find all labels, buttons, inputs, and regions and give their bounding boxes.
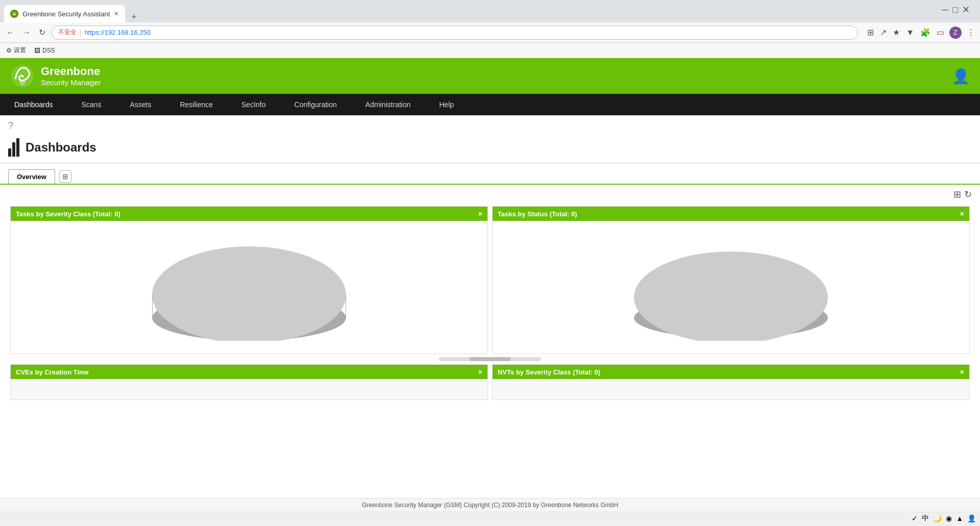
bar1 (8, 148, 11, 157)
tab-close-button[interactable]: ✕ (114, 10, 119, 17)
logo-text: Greenbone Security Manager (41, 65, 101, 87)
chart-tasks-severity-title: Tasks by Severity Class (Total: 0) (16, 210, 120, 218)
nav-help[interactable]: Help (425, 94, 469, 115)
chart-tasks-status: Tasks by Status (Total: 0) × (492, 206, 970, 354)
tab-bar: Greenbone Security Assistant ✕ + (0, 0, 980, 22)
bookmarks-bar: ⚙ 设置 🖼 DSS (0, 43, 980, 58)
user-profile-button[interactable]: 👤 (952, 68, 970, 85)
bookmark-dss[interactable]: 🖼 DSS (32, 46, 57, 55)
address-bar[interactable]: 不安全 | https://192.168.16.250 (52, 26, 858, 40)
page-title-row: Dashboards (0, 136, 980, 163)
chart-tasks-severity-body (11, 221, 487, 354)
nav-scans[interactable]: Scans (67, 94, 116, 115)
svg-point-8 (634, 252, 828, 341)
chart-cves-creation-title: CVEs by Creation Time (16, 368, 89, 376)
chart-tasks-status-close[interactable]: × (960, 210, 964, 218)
window-minimize-button[interactable]: ─ (942, 4, 948, 15)
chart-cves-creation-body (11, 379, 487, 399)
dss-bookmark-label: DSS (42, 47, 55, 54)
svg-point-2 (19, 79, 26, 85)
svg-rect-6 (346, 295, 346, 318)
dss-bookmark-icon: 🖼 (34, 47, 40, 54)
menu-icon[interactable]: ⋮ (966, 27, 976, 38)
new-tab-button[interactable]: + (127, 12, 141, 22)
chart-nvts-severity-title: NVTs by Severity Class (Total: 0) (498, 368, 600, 376)
translate-icon[interactable]: ⊞ (866, 27, 875, 38)
bookmark-settings[interactable]: ⚙ 设置 (4, 45, 28, 56)
svg-point-4 (152, 246, 346, 341)
pie-chart-tasks-severity (147, 234, 351, 341)
navigation-bar: ← → ↻ 不安全 | https://192.168.16.250 ⊞ ↗ ★… (0, 22, 980, 43)
nav-configuration[interactable]: Configuration (280, 94, 351, 115)
brand-subtitle: Security Manager (41, 78, 101, 87)
nav-administration[interactable]: Administration (351, 94, 425, 115)
new-dashboard-tab-button[interactable]: ⊞ (59, 170, 71, 183)
nav-resilience[interactable]: Resilience (165, 94, 227, 115)
puzzle-icon[interactable]: 🧩 (919, 27, 932, 38)
chart-tasks-severity: Tasks by Severity Class (Total: 0) × (10, 206, 488, 354)
dashboard-export-button[interactable]: ⊞ (953, 189, 961, 200)
back-button[interactable]: ← (4, 27, 16, 38)
brand-name: Greenbone (41, 65, 101, 78)
chart-tasks-status-header: Tasks by Status (Total: 0) × (493, 207, 969, 221)
footer-copyright: Greenbone Security Manager (GSM) Copyrig… (362, 502, 618, 509)
bookmark-icon[interactable]: ★ (892, 27, 901, 38)
nav-assets[interactable]: Assets (115, 94, 165, 115)
bar3 (16, 138, 19, 157)
bar-chart-icon (8, 138, 19, 157)
refresh-button[interactable]: ↻ (37, 27, 47, 38)
dashboard-refresh-button[interactable]: ↻ (964, 189, 972, 200)
svg-rect-5 (152, 295, 153, 318)
app-header: Greenbone Security Manager 👤 (0, 58, 980, 94)
status-icon-triangle: ▲ (956, 514, 963, 522)
scrollbar-thumb[interactable] (470, 357, 510, 361)
help-circle-icon[interactable]: ? (8, 120, 13, 131)
tabs-row: Overview ⊞ (0, 163, 980, 185)
bar2 (12, 142, 15, 157)
chart-nvts-severity-close[interactable]: × (960, 368, 964, 376)
chart-tasks-severity-header: Tasks by Severity Class (Total: 0) × (11, 207, 487, 221)
chart-nvts-severity-header: NVTs by Severity Class (Total: 0) × (493, 365, 969, 379)
chart-tasks-status-title: Tasks by Status (Total: 0) (498, 210, 577, 218)
active-tab[interactable]: Greenbone Security Assistant ✕ (4, 5, 125, 22)
nav-secinfo[interactable]: SecInfo (227, 94, 280, 115)
status-icon-dot: ◉ (946, 514, 952, 522)
content-area: ? Dashboards Overview ⊞ ⊞ ↻ Tasks by Sev… (0, 115, 980, 498)
status-icon-user: 👤 (967, 514, 976, 522)
status-icon-chinese: 中 (922, 514, 929, 523)
chart-tasks-severity-close[interactable]: × (478, 210, 482, 218)
logo-area: Greenbone Security Manager (10, 64, 101, 88)
share-icon[interactable]: ↗ (879, 27, 888, 38)
chart-tasks-status-body (493, 221, 969, 354)
window-close-button[interactable]: ✕ (962, 4, 970, 15)
tab-favicon (10, 10, 18, 18)
charts-row-2: CVEs by Creation Time × NVTs by Severity… (0, 362, 980, 402)
settings-bookmark-icon: ⚙ (6, 47, 12, 54)
url-display: https://192.168.16.250 (85, 29, 852, 36)
pie-chart-tasks-status (629, 234, 833, 341)
dashboard-toolbar: ⊞ ↻ (0, 185, 980, 204)
browser-status-bar: ✓ 中 🌙 ◉ ▲ 👤 (0, 512, 980, 524)
tab-title: Greenbone Security Assistant (22, 10, 110, 18)
breadcrumb-row: ? (0, 115, 980, 136)
browser-nav-icons: ⊞ ↗ ★ ▼ 🧩 ▭ Z ⋮ (866, 27, 976, 39)
chart-nvts-severity-body (493, 379, 969, 399)
sidebar-icon[interactable]: ▭ (936, 27, 945, 38)
main-navigation: Dashboards Scans Assets Resilience SecIn… (0, 94, 980, 115)
chart-nvts-severity: NVTs by Severity Class (Total: 0) × (492, 364, 970, 400)
status-icon-moon: 🌙 (933, 514, 942, 522)
status-icon-check: ✓ (912, 514, 918, 522)
window-maximize-button[interactable]: □ (952, 4, 958, 15)
greenbone-logo-icon (10, 64, 35, 88)
chart-cves-creation-close[interactable]: × (478, 368, 482, 376)
settings-bookmark-label: 设置 (14, 46, 26, 55)
profile-icon[interactable]: Z (949, 27, 962, 39)
nav-dashboards[interactable]: Dashboards (0, 94, 67, 115)
browser-chrome: Greenbone Security Assistant ✕ + ← → ↻ 不… (0, 0, 980, 58)
tab-overview[interactable]: Overview (8, 169, 55, 184)
app-footer: Greenbone Security Manager (GSM) Copyrig… (0, 498, 980, 512)
chart-cves-creation-header: CVEs by Creation Time × (11, 365, 487, 379)
extension-icon[interactable]: ▼ (905, 27, 915, 38)
forward-button[interactable]: → (20, 27, 33, 38)
security-warning: 不安全 (58, 28, 77, 37)
